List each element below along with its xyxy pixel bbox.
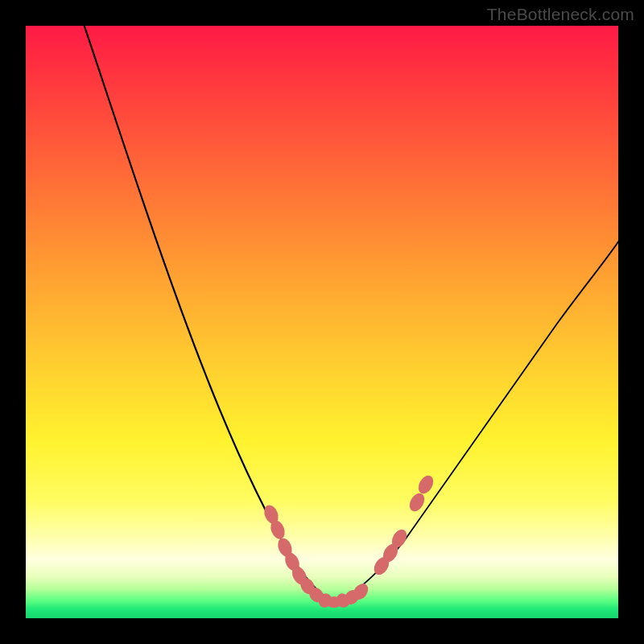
- right-branch-curve: [334, 237, 618, 601]
- curve-layer: [26, 26, 618, 618]
- chart-frame: TheBottleneck.com: [0, 0, 644, 644]
- watermark-text: TheBottleneck.com: [487, 5, 634, 24]
- marker-group: [262, 473, 436, 610]
- marker-dot: [415, 473, 436, 497]
- marker-dot: [407, 491, 427, 514]
- plot-area: [26, 26, 618, 618]
- left-branch-curve: [82, 26, 334, 601]
